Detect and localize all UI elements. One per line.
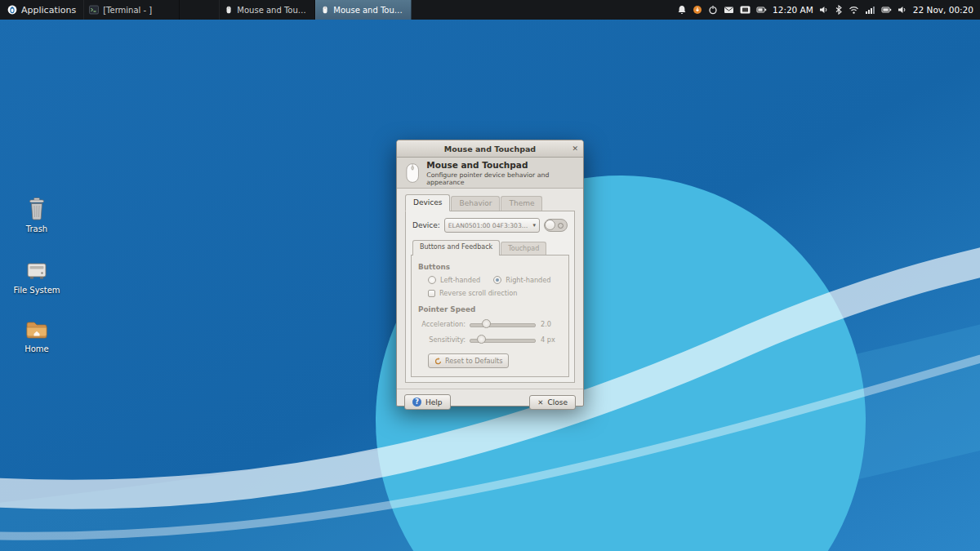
desktop-icon-trash[interactable]: Trash bbox=[11, 196, 62, 233]
mail-icon[interactable] bbox=[724, 5, 734, 15]
device-combobox-value: ELAN0501:00 04F3:3037 Touchpad bbox=[448, 222, 531, 229]
slider-handle[interactable] bbox=[477, 335, 486, 344]
switch-knob bbox=[545, 220, 555, 230]
reverse-scroll-checkbox[interactable]: Reverse scroll direction bbox=[428, 289, 562, 297]
dialog-tab-strip: Devices Behavior Theme bbox=[405, 194, 583, 211]
header-subtitle: Configure pointer device behavior and ap… bbox=[426, 171, 575, 186]
slider-track bbox=[470, 323, 536, 327]
desktop-icon-label: Home bbox=[11, 344, 62, 353]
pointer-speed-heading: Pointer Speed bbox=[418, 305, 562, 313]
sensitivity-slider[interactable] bbox=[470, 335, 536, 344]
date-display[interactable]: 22 Nov, 00:20 bbox=[913, 5, 973, 15]
dialog-title: Mouse and Touchpad bbox=[397, 144, 583, 153]
tab-devices[interactable]: Devices bbox=[405, 194, 450, 211]
task-label: Mouse and Touchpad bbox=[333, 6, 406, 15]
battery-icon[interactable] bbox=[756, 5, 767, 15]
xubuntu-logo-icon bbox=[7, 5, 17, 15]
volume-icon[interactable] bbox=[898, 5, 907, 15]
dialog-footer: ? Help ✕ Close bbox=[397, 389, 583, 415]
mouse-touchpad-dialog: Mouse and Touchpad ✕ Mouse and Touchpad … bbox=[396, 140, 584, 407]
acceleration-label: Acceleration: bbox=[418, 320, 470, 328]
volume-icon[interactable] bbox=[819, 5, 829, 15]
inner-tab-strip: Buttons and Feedback Touchpad bbox=[412, 240, 569, 255]
header-title: Mouse and Touchpad bbox=[426, 160, 575, 170]
bluetooth-icon[interactable] bbox=[835, 5, 843, 15]
terminal-icon bbox=[89, 5, 99, 15]
tab-buttons-and-feedback[interactable]: Buttons and Feedback bbox=[412, 240, 500, 256]
home-folder-icon bbox=[23, 317, 51, 342]
dialog-header: Mouse and Touchpad Configure pointer dev… bbox=[397, 158, 583, 189]
filesystem-icon bbox=[23, 258, 51, 283]
device-combobox[interactable]: ELAN0501:00 04F3:3037 Touchpad ▾ bbox=[444, 218, 540, 233]
keyboard-layout-icon[interactable] bbox=[740, 5, 751, 15]
handedness-radio-group: Left-handed Right-handed bbox=[428, 276, 562, 284]
network-signal-icon[interactable] bbox=[865, 5, 875, 15]
tab-behavior[interactable]: Behavior bbox=[451, 196, 500, 211]
dialog-titlebar[interactable]: Mouse and Touchpad ✕ bbox=[397, 140, 583, 158]
task-button-mouse-touchpad-1[interactable]: Mouse and Touchpad bbox=[219, 0, 315, 20]
device-label: Device: bbox=[412, 221, 440, 229]
acceleration-value: 2.0 bbox=[536, 320, 562, 328]
reset-icon bbox=[434, 358, 442, 365]
right-handed-radio[interactable]: Right-handed bbox=[493, 276, 550, 284]
task-button-terminal[interactable]: [Terminal - ] bbox=[83, 0, 180, 20]
trash-icon bbox=[23, 196, 51, 222]
tab-touchpad[interactable]: Touchpad bbox=[501, 242, 546, 255]
reset-to-defaults-button[interactable]: Reset to Defaults bbox=[428, 353, 509, 368]
slider-handle[interactable] bbox=[482, 319, 491, 328]
inner-notebook: Buttons and Feedback Touchpad Buttons Le… bbox=[411, 240, 569, 377]
chevron-down-icon: ▾ bbox=[532, 222, 536, 229]
left-handed-radio[interactable]: Left-handed bbox=[428, 276, 480, 284]
mouse-icon bbox=[225, 5, 233, 15]
close-icon: ✕ bbox=[537, 398, 543, 407]
checkbox-icon bbox=[428, 290, 435, 297]
devices-tab-panel: Device: ELAN0501:00 04F3:3037 Touchpad ▾… bbox=[405, 211, 575, 383]
close-button[interactable]: ✕ Close bbox=[529, 395, 576, 410]
panel-spacer bbox=[180, 0, 219, 20]
sensitivity-label: Sensitivity: bbox=[418, 335, 470, 344]
desktop-icon-label: File System bbox=[11, 286, 62, 295]
buttons-section-heading: Buttons bbox=[418, 263, 562, 271]
applications-label: Applications bbox=[21, 5, 76, 16]
bell-icon[interactable] bbox=[677, 5, 687, 15]
task-label: [Terminal - ] bbox=[103, 6, 152, 15]
close-label: Close bbox=[547, 398, 568, 407]
switch-off-indicator bbox=[558, 223, 564, 229]
top-panel: Applications [Terminal - ] Mouse and Tou… bbox=[0, 0, 980, 20]
radio-icon bbox=[428, 276, 436, 284]
help-label: Help bbox=[425, 398, 443, 407]
applications-menu-button[interactable]: Applications bbox=[0, 0, 83, 20]
device-enabled-switch[interactable] bbox=[544, 219, 568, 232]
battery-icon[interactable] bbox=[881, 5, 892, 15]
help-icon: ? bbox=[412, 398, 421, 407]
desktop-screen: Applications [Terminal - ] Mouse and Tou… bbox=[0, 0, 980, 551]
close-icon[interactable]: ✕ bbox=[572, 143, 578, 154]
reset-label: Reset to Defaults bbox=[445, 357, 502, 365]
task-button-mouse-touchpad-2[interactable]: Mouse and Touchpad bbox=[315, 0, 412, 20]
updates-icon[interactable] bbox=[693, 5, 702, 15]
device-row: Device: ELAN0501:00 04F3:3037 Touchpad ▾ bbox=[411, 218, 569, 233]
sensitivity-row: Sensitivity: 4 px bbox=[418, 335, 562, 344]
clock[interactable]: 12:20 AM bbox=[773, 5, 813, 15]
acceleration-slider[interactable] bbox=[470, 319, 536, 329]
acceleration-row: Acceleration: 2.0 bbox=[418, 319, 562, 329]
system-tray: 12:20 AM 22 Nov, 00:20 bbox=[677, 0, 980, 20]
sensitivity-value: 4 px bbox=[536, 335, 562, 344]
mouse-icon bbox=[321, 5, 329, 15]
buttons-feedback-panel: Buttons Left-handed Right-handed bbox=[411, 255, 569, 377]
tab-theme[interactable]: Theme bbox=[501, 196, 542, 211]
task-label: Mouse and Touchpad bbox=[237, 6, 310, 15]
help-button[interactable]: ? Help bbox=[404, 394, 451, 410]
right-handed-label: Right-handed bbox=[506, 276, 550, 284]
desktop-icon-file-system[interactable]: File System bbox=[11, 258, 62, 295]
power-icon[interactable] bbox=[708, 5, 718, 15]
desktop-icon-label: Trash bbox=[11, 224, 62, 233]
wifi-icon[interactable] bbox=[849, 5, 859, 15]
left-handed-label: Left-handed bbox=[440, 276, 480, 284]
desktop-icon-home[interactable]: Home bbox=[11, 317, 62, 353]
mouse-icon bbox=[405, 162, 420, 184]
radio-selected-icon bbox=[493, 276, 501, 284]
reverse-scroll-label: Reverse scroll direction bbox=[439, 289, 518, 297]
